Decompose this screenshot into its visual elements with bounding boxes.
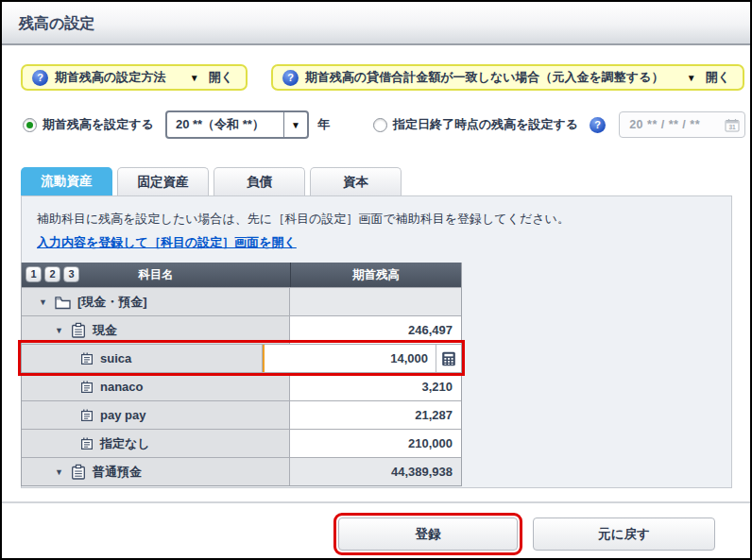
balance-value-cell [290,288,461,315]
chevron-down-icon: ▼ [190,73,199,83]
balance-value-cell: 44,389,938 [290,458,461,485]
sub-account-notice: 補助科目に残高を設定したい場合は、先に［科目の設定］画面で補助科目を登録してくだ… [22,196,731,228]
balance-value-cell: 21,287 [290,401,461,429]
chevron-down-icon[interactable]: ▼ [284,120,307,130]
calculator-icon [441,351,456,366]
tab-流動資産[interactable]: 流動資産 [21,167,112,195]
account-name-label: [現金・預金] [77,294,147,311]
table-row[interactable]: ▼現金246,497 [22,315,461,344]
balance-value-cell: 3,210 [290,373,461,400]
account-name-cell[interactable]: ▼[現金・預金] [22,288,290,315]
footer-divider [2,501,750,503]
column-header-account: 科目名 [22,263,290,287]
book-icon [79,436,94,451]
table-row[interactable]: pay pay21,287 [22,400,461,429]
help-icon: ? [282,70,299,86]
help-bar-open-label: 開く [706,69,733,86]
register-button[interactable]: 登録 [338,518,518,551]
tab-資本[interactable]: 資本 [310,167,402,195]
clipboard-icon [70,464,87,481]
expand-caret-icon[interactable]: ▼ [55,326,63,335]
help-icon: ? [32,70,48,86]
account-name-cell[interactable]: nanaco [22,373,290,400]
balance-settings-window: 残高の設定 ?期首残高の設定方法▼開く?期首残高の貸借合計金額が一致しない場合（… [0,0,752,560]
help-bar[interactable]: ?期首残高の設定方法▼開く [21,64,248,91]
balance-table: 123 科目名 期首残高 ▼[現金・預金]▼現金246,497suicanana… [21,263,462,486]
table-row[interactable]: ▼普通預金44,389,938 [22,457,461,485]
help-bar-label: 期首残高の貸借合計金額が一致しない場合（元入金を調整する） [305,69,663,86]
opening-balance-radio[interactable] [23,118,37,132]
specified-date-radio[interactable] [373,118,387,132]
balance-value-cell: 246,497 [290,316,461,344]
tab-負債[interactable]: 負債 [214,167,305,195]
calculator-button[interactable] [436,345,461,372]
asset-tabs: 流動資産固定資産負債資本 [21,167,750,195]
date-input-value: 20 ** / ** / ** [620,118,725,131]
period-settings-row: 期首残高を設定する 20 **（令和 **） ▼ 年 指定日終了時点の残高を設定… [23,110,750,139]
help-bars: ?期首残高の設定方法▼開く?期首残高の貸借合計金額が一致しない場合（元入金を調整… [21,64,744,91]
folder-icon [54,295,72,310]
account-name-cell[interactable]: ▼現金 [22,316,290,344]
balance-value-cell: 210,000 [290,430,461,457]
table-row[interactable]: 指定なし210,000 [22,429,461,457]
account-name-label: pay pay [100,408,145,422]
tab-固定資産[interactable]: 固定資産 [117,167,209,195]
table-row[interactable]: suica [22,344,461,372]
specified-date-radio-label: 指定日終了時点の残高を設定する [393,116,578,133]
help-bar[interactable]: ?期首残高の貸借合計金額が一致しない場合（元入金を調整する）▼開く [271,64,744,91]
expand-caret-icon[interactable]: ▼ [39,297,47,307]
balance-input[interactable] [263,351,436,365]
book-icon [79,380,94,395]
help-icon[interactable]: ? [590,117,606,133]
table-row[interactable]: ▼[現金・預金] [22,287,461,315]
account-name-cell[interactable]: suica [22,345,263,372]
balance-value-cell[interactable] [263,345,461,372]
help-bar-label: 期首残高の設定方法 [55,69,165,86]
account-name-label: 普通預金 [93,464,142,481]
year-suffix-label: 年 [317,116,330,133]
table-row[interactable]: nanaco3,210 [22,372,461,400]
revert-button[interactable]: 元に戻す [533,518,715,551]
opening-balance-radio-label: 期首残高を設定する [43,116,154,133]
account-name-cell[interactable]: pay pay [22,401,290,429]
footer-buttons: 登録 元に戻す [338,518,750,551]
expand-caret-icon[interactable]: ▼ [55,467,63,477]
tab-content-panel: 補助科目に残高を設定したい場合は、先に［科目の設定］画面で補助科目を登録してくだ… [21,195,732,488]
account-name-label: 指定なし [100,435,150,452]
clipboard-icon [70,322,87,339]
book-icon [79,351,94,366]
account-name-label: suica [100,351,131,365]
year-select-value: 20 **（令和 **） [167,116,283,133]
account-name-label: nanaco [100,380,144,394]
open-account-settings-link[interactable]: 入力内容を登録して［科目の設定］画面を開く [37,234,297,251]
chevron-down-icon: ▼ [687,73,696,83]
date-input[interactable]: 20 ** / ** / ** 31 [619,111,745,138]
help-bar-open-label: 開く [209,69,236,86]
account-name-cell[interactable]: 指定なし [22,430,290,457]
column-header-balance: 期首残高 [290,263,461,287]
table-body: ▼[現金・預金]▼現金246,497suicananaco3,210pay pa… [22,287,461,485]
account-name-cell[interactable]: ▼普通預金 [22,458,290,485]
table-header: 123 科目名 期首残高 [22,263,461,287]
calendar-icon[interactable]: 31 [725,118,740,132]
year-select[interactable]: 20 **（令和 **） ▼ [165,110,309,139]
svg-text:31: 31 [729,124,737,130]
account-name-label: 現金 [93,322,117,339]
title-bar: 残高の設定 [2,2,750,45]
book-icon [79,408,94,423]
page-title: 残高の設定 [2,2,750,34]
